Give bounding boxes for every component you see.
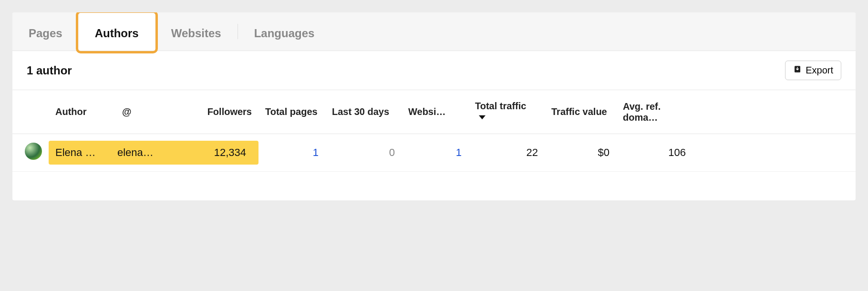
table-header-row: Author @ Followers Total pages Last 30 d… — [12, 90, 856, 134]
col-avatar — [12, 90, 49, 134]
col-total-traffic[interactable]: Total traffic — [468, 90, 545, 134]
cell-last-30: 0 — [325, 134, 402, 172]
tab-websites[interactable]: Websites — [155, 12, 238, 51]
cell-websites[interactable]: 1 — [402, 134, 468, 172]
col-followers[interactable]: Followers — [182, 90, 258, 134]
col-avg-ref-domains[interactable]: Avg. ref. doma… — [616, 90, 692, 134]
results-count: 1 author — [27, 64, 72, 77]
tab-pages[interactable]: Pages — [12, 12, 79, 51]
cell-highlighted-group: Elena … elena… 12,334 — [49, 134, 258, 172]
cell-total-pages[interactable]: 1 — [258, 134, 325, 172]
sort-desc-icon — [479, 112, 486, 123]
cell-padding — [692, 134, 856, 172]
col-author[interactable]: Author — [49, 90, 115, 134]
tab-languages[interactable]: Languages — [238, 12, 331, 51]
export-button[interactable]: Export — [785, 61, 841, 80]
cell-author-handle[interactable]: elena… — [117, 146, 189, 159]
cell-avatar — [12, 134, 49, 172]
cell-avg-ref-domains: 106 — [616, 134, 692, 172]
highlight-group: Elena … elena… 12,334 — [49, 141, 258, 165]
col-padding — [692, 90, 856, 134]
col-handle[interactable]: @ — [115, 90, 182, 134]
tab-authors[interactable]: Authors — [79, 12, 155, 51]
col-total-pages[interactable]: Total pages — [258, 90, 325, 134]
table-bottom-padding — [12, 172, 856, 200]
cell-traffic-value: $0 — [545, 134, 616, 172]
download-icon — [793, 65, 802, 76]
table-row[interactable]: Elena … elena… 12,334 1 0 1 22 $0 106 — [12, 134, 856, 172]
col-websites[interactable]: Websi… — [402, 90, 468, 134]
export-button-label: Export — [806, 65, 833, 76]
tabs-bar: Pages Authors Websites Languages — [12, 12, 856, 51]
authors-table: Author @ Followers Total pages Last 30 d… — [12, 90, 856, 172]
content-card: Pages Authors Websites Languages 1 autho… — [12, 12, 856, 200]
avatar — [25, 143, 42, 160]
col-total-traffic-label: Total traffic — [475, 101, 526, 111]
cell-author-name[interactable]: Elena … — [55, 146, 117, 159]
col-last-30-days[interactable]: Last 30 days — [325, 90, 402, 134]
cell-followers: 12,334 — [189, 146, 246, 159]
cell-total-traffic: 22 — [468, 134, 545, 172]
subheader: 1 author Export — [12, 51, 856, 90]
col-traffic-value[interactable]: Traffic value — [545, 90, 616, 134]
